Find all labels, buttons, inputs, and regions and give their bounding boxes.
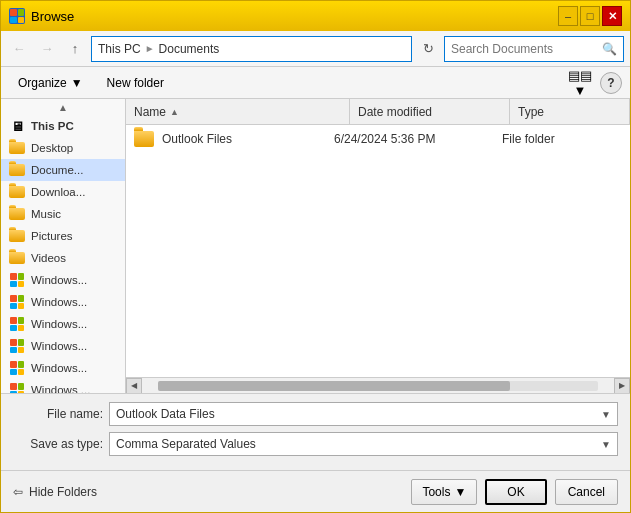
filename-input[interactable]: Outlook Data Files ▼ [109,402,618,426]
sidebar-item-videos[interactable]: Videos [1,247,125,269]
documents-label: Documents [159,42,220,56]
sidebar-windows-4-label: Windows... [31,340,87,352]
sidebar-windows-1-label: Windows... [31,274,87,286]
search-input[interactable] [451,42,602,56]
this-pc-label: This PC [98,42,141,56]
path-this-pc: This PC [98,42,141,56]
refresh-button[interactable]: ↻ [416,37,440,61]
filename-label: File name: [13,407,103,421]
savetype-row: Save as type: Comma Separated Values ▼ [13,432,618,456]
close-button[interactable]: ✕ [602,6,622,26]
sidebar-item-pictures[interactable]: Pictures [1,225,125,247]
downloads-folder-icon [9,184,25,200]
organize-dropdown-icon: ▼ [71,76,83,90]
column-header-type[interactable]: Type [510,99,630,124]
pictures-folder-icon [9,228,25,244]
col-type-label: Type [518,105,544,119]
main-panel: Name ▲ Date modified Type Outlook Files … [126,99,630,393]
cancel-button[interactable]: Cancel [555,479,618,505]
address-path[interactable]: This PC ► Documents [91,36,412,62]
new-folder-label: New folder [107,76,164,90]
sidebar-downloads-label: Downloa... [31,186,85,198]
sidebar-item-documents[interactable]: Docume... [1,159,125,181]
title-bar: Browse – □ ✕ [1,1,630,31]
minimize-button[interactable]: – [558,6,578,26]
bottom-buttons: ⇦ Hide Folders Tools ▼ OK Cancel [1,470,630,512]
savetype-value: Comma Separated Values [116,437,256,451]
scroll-left-button[interactable]: ◀ [126,378,142,394]
sidebar-item-windows-5[interactable]: Windows... [1,357,125,379]
windows-drive-icon-3 [9,316,25,332]
sidebar-scroll-up[interactable]: ▲ [1,99,125,115]
pc-icon: 🖥 [9,118,25,134]
music-folder-icon [9,206,25,222]
ok-button[interactable]: OK [485,479,546,505]
windows-drive-icon-6 [9,382,25,393]
sidebar-item-desktop[interactable]: Desktop [1,137,125,159]
sidebar-item-this-pc[interactable]: 🖥 This PC [1,115,125,137]
col-date-label: Date modified [358,105,432,119]
tools-label: Tools [422,485,450,499]
hide-folders-arrow-icon: ⇦ [13,485,23,499]
filename-row: File name: Outlook Data Files ▼ [13,402,618,426]
hide-folders-button[interactable]: ⇦ Hide Folders [13,485,97,499]
organize-label: Organize [18,76,67,90]
tools-button[interactable]: Tools ▼ [411,479,477,505]
windows-drive-icon-2 [9,294,25,310]
view-icon: ▤▤ ▼ [567,68,593,98]
column-header-date[interactable]: Date modified [350,99,510,124]
file-date: 6/24/2024 5:36 PM [334,132,494,146]
hide-folders-label: Hide Folders [29,485,97,499]
documents-folder-icon [9,162,25,178]
sidebar-documents-label: Docume... [31,164,83,176]
sidebar-windows-2-label: Windows... [31,296,87,308]
savetype-select[interactable]: Comma Separated Values ▼ [109,432,618,456]
window-title: Browse [31,9,74,24]
savetype-label: Save as type: [13,437,103,451]
organize-button[interactable]: Organize ▼ [9,71,92,95]
sidebar-item-windows-2[interactable]: Windows... [1,291,125,313]
column-header-name[interactable]: Name ▲ [126,99,350,124]
col-name-label: Name [134,105,166,119]
sidebar-item-windows-4[interactable]: Windows... [1,335,125,357]
maximize-button[interactable]: □ [580,6,600,26]
desktop-folder-icon [9,140,25,156]
sidebar-item-windows-1[interactable]: Windows... [1,269,125,291]
tools-dropdown-icon: ▼ [454,485,466,499]
sidebar-windows-6-label: Windows ... [31,384,90,393]
windows-drive-icon-1 [9,272,25,288]
savetype-dropdown-icon: ▼ [601,439,611,450]
sidebar-desktop-label: Desktop [31,142,73,154]
sidebar-item-downloads[interactable]: Downloa... [1,181,125,203]
sidebar-windows-3-label: Windows... [31,318,87,330]
table-row[interactable]: Outlook Files 6/24/2024 5:36 PM File fol… [126,125,630,153]
sidebar-item-music[interactable]: Music [1,203,125,225]
sidebar-videos-label: Videos [31,252,66,264]
sidebar-this-pc-label: This PC [31,120,74,132]
sidebar-item-windows-3[interactable]: Windows... [1,313,125,335]
column-headers: Name ▲ Date modified Type [126,99,630,125]
content-area: ▲ 🖥 This PC Desktop Docume... Downloa... [1,99,630,393]
sort-arrow-icon: ▲ [170,107,179,117]
videos-folder-icon [9,250,25,266]
sidebar-pictures-label: Pictures [31,230,73,242]
sidebar-windows-5-label: Windows... [31,362,87,374]
back-button[interactable]: ← [7,37,31,61]
address-bar: ← → ↑ This PC ► Documents ↻ 🔍 [1,31,630,67]
search-icon: 🔍 [602,42,617,56]
forward-button[interactable]: → [35,37,59,61]
browse-dialog: Browse – □ ✕ ← → ↑ This PC ► Documents ↻… [0,0,631,513]
search-box[interactable]: 🔍 [444,36,624,62]
new-folder-button[interactable]: New folder [98,71,173,95]
sidebar: ▲ 🖥 This PC Desktop Docume... Downloa... [1,99,126,393]
view-options-button[interactable]: ▤▤ ▼ [566,71,594,95]
help-button[interactable]: ? [600,72,622,94]
scrollbar-track[interactable] [158,381,598,391]
sidebar-item-windows-6[interactable]: Windows ... [1,379,125,393]
file-type: File folder [502,132,622,146]
up-button[interactable]: ↑ [63,37,87,61]
scroll-right-button[interactable]: ▶ [614,378,630,394]
windows-drive-icon-4 [9,338,25,354]
folder-icon [134,131,154,147]
path-documents: Documents [159,42,220,56]
